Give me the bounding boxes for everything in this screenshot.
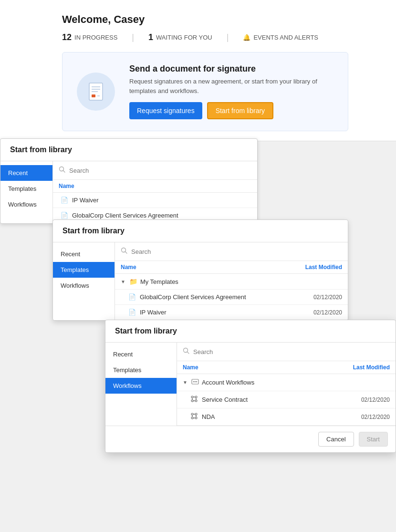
folder-name-workflows: Account Workflows <box>202 379 254 386</box>
file-icon: 📄 <box>128 309 136 316</box>
panel-recent-title: Start from library <box>10 146 248 154</box>
panel-workflows-title: Start from library <box>115 327 386 335</box>
document-svg <box>84 80 107 103</box>
panel-templates: Start from library Recent Templates Work… <box>52 219 348 321</box>
table-header-2: Name Last Modified <box>115 261 348 274</box>
svg-point-15 <box>196 381 197 382</box>
stat-label-events: EVENTS AND ALERTS <box>253 34 318 41</box>
panel-recent-sidebar: Recent Templates Workflows <box>0 161 53 223</box>
workflow-name: NDA <box>202 413 215 420</box>
svg-line-7 <box>63 171 65 173</box>
svg-rect-4 <box>92 94 95 97</box>
svg-line-9 <box>125 252 127 254</box>
panel-workflows: Start from library Recent Templates Work… <box>105 320 396 453</box>
start-button: Start <box>359 432 388 447</box>
stat-number-waiting: 1 <box>148 32 153 42</box>
stat-waiting: 1 WAITING FOR YOU <box>148 32 212 42</box>
stat-divider-2: | <box>227 32 229 42</box>
stat-divider-1: | <box>132 32 134 42</box>
cancel-button[interactable]: Cancel <box>318 432 354 447</box>
sidebar-item-workflows-3[interactable]: Workflows <box>105 378 177 394</box>
file-name: IP Waiver <box>72 197 99 204</box>
panel-footer: Cancel Start <box>105 426 396 452</box>
sidebar-item-templates-1[interactable]: Templates <box>0 181 52 197</box>
table-header-1: Name <box>53 180 257 193</box>
sidebar-item-templates-2[interactable]: Templates <box>53 262 115 278</box>
start-from-library-button[interactable]: Start from library <box>207 102 273 119</box>
panel-templates-content: Name Last Modified ▼ 📁 My Templates 📄 Gl… <box>115 242 348 320</box>
workflow-date: 02/12/2020 <box>361 396 390 403</box>
panel-workflows-sidebar: Recent Templates Workflows <box>105 343 177 426</box>
sidebar-item-workflows-1[interactable]: Workflows <box>0 197 52 212</box>
table-header-3: Name Last Modified <box>177 361 396 374</box>
bell-icon: 🔔 <box>243 34 250 41</box>
workflow-icon <box>190 395 198 404</box>
svg-point-19 <box>195 400 197 402</box>
search-row-2 <box>115 242 348 261</box>
btn-row: Request signatures Start from library <box>129 102 333 119</box>
panel-recent-header: Start from library <box>0 139 257 161</box>
request-signatures-button[interactable]: Request signatures <box>129 102 202 119</box>
folder-row[interactable]: ▼ 📁 My Templates <box>115 274 348 290</box>
folder-icon: 📁 <box>129 278 137 285</box>
sidebar-item-recent-1[interactable]: Recent <box>0 165 52 181</box>
file-icon: 📄 <box>61 212 68 219</box>
sidebar-item-recent-3[interactable]: Recent <box>105 346 177 362</box>
search-row-1 <box>53 161 257 180</box>
send-doc-desc: Request signatures on a new agreement, o… <box>129 77 333 95</box>
workflow-name: Service Contract <box>202 396 248 403</box>
svg-line-11 <box>188 352 189 354</box>
file-name: GlobalCorp Client Services Agreement <box>72 212 178 219</box>
workflow-date: 02/12/2020 <box>361 414 390 420</box>
search-icon <box>183 347 189 356</box>
list-item[interactable]: 📄 GlobalCorp Client Services Agreement 0… <box>115 290 348 305</box>
folder-row-workflows[interactable]: ▼ Account Workflows <box>177 374 396 391</box>
list-item[interactable]: 📄 IP Waiver 02/12/2020 <box>115 305 348 320</box>
list-item[interactable]: Service Contract 02/12/2020 <box>177 391 396 408</box>
welcome-title: Welcome, Casey <box>62 13 377 26</box>
panel-workflows-header: Start from library <box>105 320 396 343</box>
file-name: IP Waiver <box>140 309 167 316</box>
file-date: 02/12/2020 <box>313 309 342 316</box>
account-workflows-folder-icon <box>191 378 199 387</box>
panel-workflows-body: Recent Templates Workflows Name Last Mod… <box>105 343 396 426</box>
panel-recent-body: Recent Templates Workflows Name 📄 IP Wai… <box>0 161 257 223</box>
chevron-down-icon: ▼ <box>121 279 125 284</box>
sidebar-item-workflows-2[interactable]: Workflows <box>53 278 115 293</box>
search-input-2[interactable] <box>131 248 342 255</box>
file-icon: 📄 <box>128 293 136 301</box>
panel-workflows-content: Name Last Modified ▼ Account Workflows S… <box>177 343 396 426</box>
col-modified-2: Last Modified <box>299 264 342 271</box>
dashboard: Welcome, Casey 12 IN PROGRESS | 1 WAITIN… <box>0 0 396 141</box>
svg-point-24 <box>191 413 193 415</box>
stats-row: 12 IN PROGRESS | 1 WAITING FOR YOU | 🔔 E… <box>62 32 377 42</box>
svg-point-18 <box>191 400 193 402</box>
panel-templates-title: Start from library <box>63 227 338 235</box>
search-icon <box>59 166 65 175</box>
list-item[interactable]: 📄 IP Waiver <box>53 193 257 208</box>
col-name-1: Name <box>59 183 251 189</box>
panel-templates-header: Start from library <box>53 220 348 242</box>
send-doc-card: Send a document for signature Request si… <box>62 52 348 131</box>
list-item[interactable]: NDA 02/12/2020 <box>177 408 396 426</box>
panel-templates-body: Recent Templates Workflows Name Last Mod… <box>53 242 348 320</box>
svg-point-27 <box>195 417 197 419</box>
panel-recent: Start from library Recent Templates Work… <box>0 138 258 224</box>
send-doc-title: Send a document for signature <box>129 64 333 74</box>
search-input-3[interactable] <box>193 348 390 355</box>
folder-name: My Templates <box>140 278 178 285</box>
search-input-1[interactable] <box>69 167 251 174</box>
svg-point-14 <box>195 381 196 382</box>
svg-point-17 <box>195 396 197 398</box>
svg-point-13 <box>193 381 194 382</box>
stat-label-waiting: WAITING FOR YOU <box>156 34 212 41</box>
sidebar-item-recent-2[interactable]: Recent <box>53 246 115 262</box>
sidebar-item-templates-3[interactable]: Templates <box>105 362 177 378</box>
send-doc-text: Send a document for signature Request si… <box>129 64 333 119</box>
file-name: GlobalCorp Client Services Agreement <box>140 293 246 301</box>
search-icon <box>121 247 127 256</box>
stat-number-progress: 12 <box>62 32 72 42</box>
panel-recent-content: Name 📄 IP Waiver 📄 GlobalCorp Client Ser… <box>53 161 257 223</box>
col-modified-3: Last Modified <box>347 364 390 371</box>
chevron-down-icon: ▼ <box>183 380 188 385</box>
